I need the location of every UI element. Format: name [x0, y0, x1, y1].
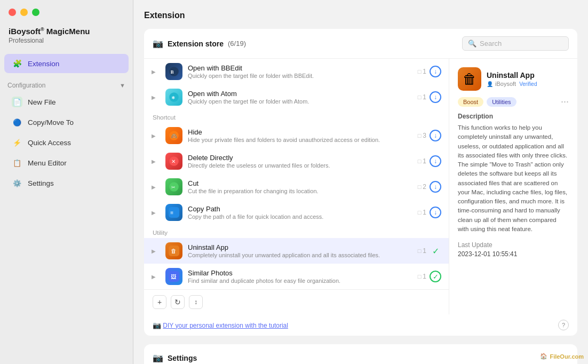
quick-access-icon: ⚡ — [12, 137, 22, 148]
expand-icon: ▶ — [152, 184, 160, 190]
main-content: Extension 📷 Extension store (6/19) 🔍 ▶ B — [133, 0, 588, 364]
ext-meta: □ 1 ↓ — [418, 91, 441, 103]
sort-button[interactable]: ↕ — [189, 295, 203, 309]
sidebar-item-extension-label: Extension — [28, 60, 59, 68]
maximize-button[interactable] — [32, 9, 39, 16]
list-item[interactable]: ▶ B Open with BBEdit Quickly open the ta… — [144, 59, 449, 84]
list-item[interactable]: ▶ ⚛ Open with Atom Quickly open the targ… — [144, 84, 449, 110]
installed-icon: ✓ — [430, 271, 441, 282]
ext-desc: Quickly open the target file or folder w… — [188, 98, 412, 105]
list-item[interactable]: ▶ 🙈 Hide Hide your private files and fol… — [144, 123, 449, 148]
similar-photos-icon: 🖼 — [165, 268, 182, 285]
expand-icon: ▶ — [152, 274, 160, 280]
svg-text:🗑: 🗑 — [171, 248, 177, 254]
bbedit-icon: B — [165, 63, 182, 80]
list-item[interactable]: ▶ 🗑 Uninstall App Completely uninstall y… — [144, 238, 449, 264]
menu-editor-icon: 📋 — [12, 157, 22, 168]
store-body: ▶ B Open with BBEdit Quickly open the ta… — [144, 59, 577, 314]
copy-icon: □ — [418, 248, 422, 254]
extension-list: ▶ B Open with BBEdit Quickly open the ta… — [144, 59, 449, 314]
download-button[interactable]: ↓ — [430, 130, 441, 141]
sidebar-item-settings[interactable]: ⚙️ Settings — [4, 173, 129, 193]
diy-tutorial-link[interactable]: DIY your personal extension with the tut… — [163, 322, 288, 329]
settings-camera-icon: 📷 — [153, 353, 163, 363]
copy-icon: □ — [418, 94, 422, 100]
search-input[interactable] — [480, 39, 563, 48]
copy-icon: □ — [418, 68, 422, 75]
extension-store: 📷 Extension store (6/19) 🔍 ▶ B Open with — [144, 29, 577, 336]
settings-title-row: 📷 Settings — [153, 353, 569, 363]
uninstall-icon: 🗑 — [165, 242, 182, 259]
boost-tag: Boost — [458, 97, 483, 107]
ext-meta: □ 1 ✓ — [418, 245, 441, 257]
page-title: Extension — [144, 11, 577, 20]
utility-section-label: Utility — [144, 225, 449, 238]
list-item[interactable]: ▶ ✂ Cut Cut the file in preparation for … — [144, 174, 449, 200]
ext-count: □ 1 — [418, 209, 426, 216]
similar-photos-info: Similar Photos Find similar and duplicat… — [188, 269, 412, 284]
ext-meta: □ 1 ↓ — [418, 155, 441, 167]
expand-icon: ▶ — [152, 248, 160, 254]
search-icon: 🔍 — [468, 39, 476, 48]
sidebar-item-extension[interactable]: 🧩 Extension — [4, 54, 129, 73]
store-title-row: 📷 Extension store (6/19) — [153, 38, 246, 49]
delete-info: Delete Directly Directly delete the usel… — [188, 154, 412, 169]
sidebar-item-copy-move[interactable]: 🔵 Copy/Move To — [4, 113, 129, 132]
sidebar-item-new-file[interactable]: 📄 New File — [4, 92, 129, 112]
ext-name: Open with BBEdit — [188, 64, 412, 72]
sidebar-item-menu-editor[interactable]: 📋 Menu Editor — [4, 153, 129, 172]
uninstall-info: Uninstall App Completely uninstall your … — [188, 243, 412, 258]
download-button[interactable]: ↓ — [430, 207, 441, 218]
last-update-label: Last Update — [458, 241, 569, 249]
download-button[interactable]: ↓ — [430, 155, 441, 167]
svg-text:⚛: ⚛ — [171, 96, 175, 100]
copy-icon: □ — [418, 273, 422, 280]
sidebar-nav: 🧩 Extension Configuration ▼ 📄 New File 🔵… — [0, 53, 133, 194]
svg-text:≡: ≡ — [170, 210, 173, 216]
download-button[interactable]: ↓ — [430, 91, 441, 103]
extension-icon: 🧩 — [12, 58, 22, 69]
add-extension-button[interactable]: + — [153, 295, 166, 309]
sidebar-item-menu-editor-label: Menu Editor — [28, 159, 67, 167]
download-button[interactable]: ↓ — [430, 66, 441, 77]
expand-icon: ▶ — [152, 69, 160, 75]
more-options-button[interactable]: ··· — [561, 96, 569, 107]
sidebar-item-quick-access[interactable]: ⚡ Quick Access — [4, 133, 129, 152]
atom-icon: ⚛ — [165, 89, 182, 106]
store-footer: + ↻ ↕ — [144, 289, 449, 314]
delete-icon: ✕ — [165, 153, 182, 170]
minimize-button[interactable] — [20, 9, 28, 16]
diy-icon: 📷 — [153, 321, 161, 329]
detail-author: 👤 iBoysoft Verified — [487, 81, 537, 87]
search-box[interactable]: 🔍 — [462, 36, 569, 51]
list-item[interactable]: ▶ ≡ Copy Path Copy the path of a file fo… — [144, 200, 449, 225]
chevron-down-icon: ▼ — [120, 82, 125, 89]
ext-name: Cut — [188, 179, 412, 187]
svg-text:B: B — [171, 69, 174, 75]
svg-text:✂: ✂ — [171, 185, 176, 190]
list-item[interactable]: ▶ ✕ Delete Directly Directly delete the … — [144, 148, 449, 174]
ext-name: Similar Photos — [188, 269, 412, 277]
detail-app-header: 🗑 Uninstall App 👤 iBoysoft Verified — [458, 67, 569, 91]
ext-count: □ 1 — [418, 68, 426, 75]
svg-text:🙈: 🙈 — [171, 132, 178, 139]
hide-icon: 🙈 — [165, 127, 182, 144]
config-section: Configuration ▼ — [0, 74, 133, 91]
sidebar-item-copy-move-label: Copy/Move To — [28, 118, 74, 126]
store-camera-icon: 📷 — [153, 38, 163, 49]
close-button[interactable] — [9, 9, 16, 16]
expand-icon: ▶ — [152, 133, 160, 139]
app-title-block: iBoysoft® MagicMenu Professional — [0, 21, 133, 46]
copy-icon: □ — [418, 132, 422, 139]
ext-meta: □ 1 ↓ — [418, 66, 441, 77]
download-button[interactable]: ↓ — [430, 181, 441, 193]
refresh-button[interactable]: ↻ — [171, 295, 185, 309]
config-label: Configuration — [7, 82, 45, 89]
sidebar-item-new-file-label: New File — [28, 98, 56, 106]
copy-icon: □ — [418, 158, 422, 164]
help-button[interactable]: ? — [558, 320, 569, 330]
ext-count: □ 2 — [418, 183, 426, 191]
list-item[interactable]: ▶ 🖼 Similar Photos Find similar and dupl… — [144, 264, 449, 289]
sidebar-item-settings-label: Settings — [28, 179, 54, 187]
watermark: 🏠 FileOur.com — [540, 353, 584, 360]
